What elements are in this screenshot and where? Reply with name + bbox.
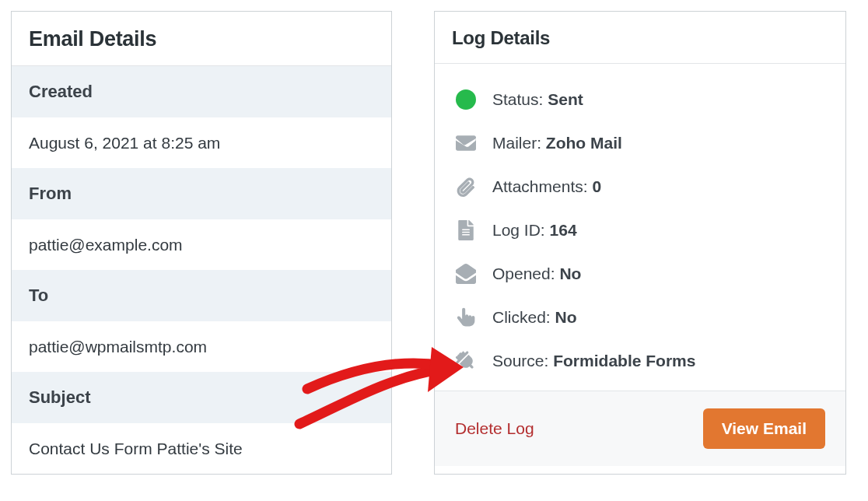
log-clicked-row: Clicked: No	[455, 296, 825, 339]
subject-label: Subject	[12, 372, 391, 423]
plug-icon	[455, 350, 477, 372]
status-dot-icon	[455, 89, 477, 110]
clicked-text: Clicked: No	[492, 308, 577, 327]
opened-text: Opened: No	[492, 265, 581, 283]
log-details-title: Log Details	[452, 27, 828, 49]
pointer-icon	[455, 307, 477, 328]
to-label: To	[12, 270, 391, 321]
delete-log-link[interactable]: Delete Log	[455, 419, 534, 438]
attachments-text: Attachments: 0	[492, 177, 601, 196]
envelope-open-icon	[455, 263, 477, 285]
log-details-body: Status: Sent Mailer: Zoho Mail Attachmen…	[435, 64, 845, 391]
view-email-button[interactable]: View Email	[703, 408, 825, 449]
created-value: August 6, 2021 at 8:25 am	[12, 117, 391, 168]
log-id-row: Log ID: 164	[455, 208, 825, 252]
source-text: Source: Formidable Forms	[492, 352, 695, 370]
email-details-panel: Email Details Created August 6, 2021 at …	[11, 11, 392, 475]
log-mailer-row: Mailer: Zoho Mail	[455, 121, 825, 165]
envelope-icon	[455, 132, 477, 154]
from-value: pattie@example.com	[12, 219, 391, 270]
email-details-title: Email Details	[29, 27, 374, 51]
log-details-panel: Log Details Status: Sent Mailer: Zoho Ma…	[434, 11, 846, 475]
log-opened-row: Opened: No	[455, 252, 825, 296]
mailer-text: Mailer: Zoho Mail	[492, 134, 622, 152]
log-details-footer: Delete Log View Email	[435, 391, 845, 466]
log-status-row: Status: Sent	[455, 78, 825, 121]
file-icon	[455, 219, 477, 241]
from-label: From	[12, 168, 391, 219]
email-details-header: Email Details	[12, 12, 391, 66]
status-dot	[456, 89, 476, 110]
created-label: Created	[12, 66, 391, 117]
to-value: pattie@wpmailsmtp.com	[12, 321, 391, 372]
subject-value: Contact Us Form Pattie's Site	[12, 423, 391, 474]
log-source-row: Source: Formidable Forms	[455, 339, 825, 383]
paperclip-icon	[455, 176, 477, 198]
email-details-rows: Created August 6, 2021 at 8:25 am From p…	[12, 66, 391, 474]
log-details-header: Log Details	[435, 12, 845, 64]
status-text: Status: Sent	[492, 90, 583, 109]
log-attachments-row: Attachments: 0	[455, 165, 825, 208]
logid-text: Log ID: 164	[492, 221, 577, 240]
